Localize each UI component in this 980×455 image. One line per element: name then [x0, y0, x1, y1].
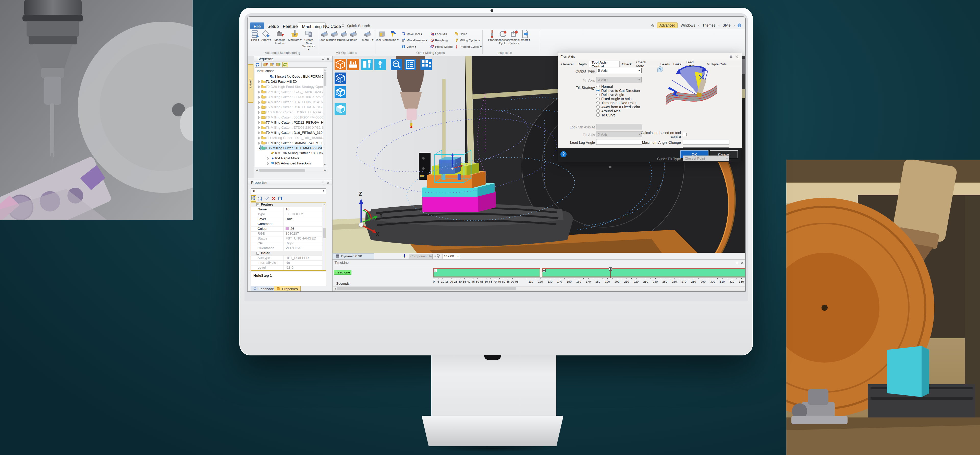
property-row[interactable]: OrientationVERTICAL [251, 246, 326, 251]
grid-vscrollbar[interactable]: ▲ [322, 203, 326, 270]
ribbon-button-more-[interactable]: More... ▾ [361, 30, 375, 42]
viewport-tool-tool[interactable] [361, 59, 372, 70]
viewport-tool-zoom[interactable] [391, 59, 402, 70]
quick-search[interactable]: Quick Search [341, 24, 370, 28]
radio-normal[interactable] [597, 85, 600, 88]
close-icon[interactable] [741, 261, 744, 265]
ribbon-button-tooling[interactable]: Tooling ▾ [386, 30, 400, 42]
tree-item[interactable]: 166 Move to Toolchange [255, 166, 327, 167]
scroll-thumb[interactable] [337, 287, 516, 290]
scroll-thumb[interactable] [323, 228, 326, 238]
tree-item[interactable]: T11 Milling Cutter : D13_Drill_15385U08C [255, 135, 327, 140]
help-circle-icon[interactable]: ? [560, 151, 566, 157]
timeline-segment[interactable] [542, 268, 746, 277]
tree-item[interactable]: T7 Milling Cutter : P2D12_FEToGA_HMX2.01… [255, 120, 327, 125]
scroll-thumb[interactable] [259, 169, 305, 172]
tab-feedback[interactable]: Feedback [251, 286, 277, 292]
timeline-handle[interactable] [542, 269, 546, 272]
radio-relative-angle[interactable] [597, 93, 600, 96]
property-row[interactable]: CPLRight [251, 241, 326, 246]
close-icon[interactable] [735, 55, 738, 59]
scroll-down[interactable]: ▼ [323, 163, 327, 167]
property-row[interactable]: StatusFST_UNCHANGED [251, 236, 326, 241]
ribbon-small-probing-cycles[interactable]: Probing Cycles ▾ [455, 45, 482, 49]
viewport-tool-list[interactable] [404, 59, 416, 70]
tree-item[interactable]: 163 T36 Milling Cutter : 10.0 MM DIA BAL… [255, 150, 327, 155]
dialog-tab-check[interactable]: Check [620, 61, 633, 67]
tree-item[interactable]: 164 Rapid Move [255, 155, 327, 161]
menu-advanced[interactable]: Advanced [657, 22, 678, 28]
tree-item[interactable]: T5 Milling Cutter : D16_FEToGA_3191600 [255, 104, 327, 110]
ribbon-button-machine-feature[interactable]: Machine Feature [273, 30, 287, 45]
ribbon-small-milling-cycles[interactable]: Milling Cycles ▾ [455, 38, 480, 42]
tree-vscrollbar[interactable]: ▲▼ [323, 68, 327, 167]
property-group[interactable]: −Hole2 [251, 251, 326, 256]
menu-style[interactable]: Style [722, 23, 731, 28]
viewport-tool-mach[interactable] [347, 59, 359, 70]
dialog-tab-general[interactable]: General [559, 61, 575, 67]
timeline-handle[interactable] [609, 267, 612, 271]
ribbon-small-roughing[interactable]: Roughing [430, 38, 448, 42]
viewport-tool-cube[interactable] [334, 59, 346, 70]
property-row[interactable]: TypeFT_HOLE2 [251, 212, 326, 217]
radio-through-a-fixed-point[interactable] [597, 101, 600, 104]
ribbon-small-move-tool[interactable]: Move Tool ▾ [402, 32, 422, 36]
lock-5th-axis-input[interactable] [596, 124, 642, 129]
tab-properties[interactable]: Properties [274, 286, 301, 292]
tree-item[interactable]: T36 Milling Cutter : 10.0 MM DIA BALL NO… [255, 145, 327, 150]
fourth-axis-select[interactable]: X Axis▾ [596, 77, 641, 83]
ribbon-small-holes[interactable]: Holes [455, 32, 467, 36]
radio-away-from-a-fixed-point[interactable] [597, 105, 600, 109]
dynamic-toggle[interactable]: Dynamic 0.30 [333, 253, 374, 259]
property-row[interactable]: Name10 [251, 208, 326, 212]
layers-tab[interactable]: Layers [248, 64, 253, 103]
tree-item[interactable]: T6 Milling Cutter : 5601R904FM-0600 [255, 115, 327, 120]
viewport-tool-grid[interactable] [420, 59, 432, 70]
help-balloon-icon[interactable]: ? [657, 66, 663, 72]
tree-item[interactable]: T3 Milling Cutter : ZTD05-180-XP25-SP06-… [255, 94, 327, 99]
ribbon-button-holes[interactable]: Holes [346, 30, 361, 42]
ribbon-small-miscellaneous[interactable]: Miscellaneous ▾ [402, 38, 428, 42]
timeline-segment[interactable] [433, 268, 540, 277]
tree-item[interactable]: T2 Milling Cutter : ZCC_EMP01-020-XP20-A… [255, 89, 327, 94]
viewport-tool-wcube[interactable] [334, 72, 346, 84]
property-row[interactable]: RGB3980287 [251, 231, 326, 236]
output-type-select[interactable]: 5-Axis▾ [596, 68, 641, 73]
sync-icon-active[interactable] [282, 62, 288, 67]
collapse-icon[interactable]: − [256, 252, 259, 255]
scroll-up[interactable]: ▲ [322, 203, 326, 206]
scroll-left[interactable]: ◀ [256, 168, 258, 172]
curve-tilt-select[interactable]: Closest Point▾ [683, 155, 729, 161]
tree-item[interactable]: T1 D63 Face Mill Z0 [255, 79, 327, 84]
property-row[interactable]: InternalHoleNo [251, 261, 326, 265]
scroll-right[interactable]: ▶ [324, 168, 326, 172]
menu-icon[interactable] [729, 55, 733, 59]
tree-item[interactable]: T9 Milling Cutter : D16_FEToGA_3191600_R… [255, 130, 327, 135]
timeline-scrollbar[interactable]: ◀ [333, 286, 745, 291]
collapse-icon[interactable]: − [256, 203, 259, 206]
pin-icon[interactable] [321, 181, 325, 185]
scroll-up[interactable]: ▲ [323, 68, 327, 72]
radio-relative-to-cut-direction[interactable] [597, 89, 600, 92]
tree-item[interactable]: T4 Milling Cutter : D16_FENN_3141600 [255, 99, 327, 104]
ribbon-button-apply[interactable]: Apply ▾ [259, 30, 273, 42]
menu-windows[interactable]: Windows [680, 23, 696, 28]
pin-icon[interactable] [735, 261, 738, 265]
radio-around-axis[interactable] [597, 109, 600, 113]
ribbon-small-profile-milling[interactable]: Profile Milling [430, 45, 452, 49]
feature-select[interactable]: 10▾ [251, 188, 326, 194]
scroll-thumb[interactable] [324, 72, 326, 86]
dialog-tab-depth[interactable]: Depth [576, 61, 589, 67]
property-row[interactable]: LayerHole [251, 217, 326, 222]
viewport-tool-cube3[interactable] [334, 103, 346, 115]
radio-to-curve[interactable] [597, 113, 600, 117]
ribbon-small-verify[interactable]: Verify ▾ [402, 45, 416, 49]
property-row[interactable]: Level-18.0 [251, 265, 326, 270]
tree-item[interactable]: T8 Milling Cutter : ZTD04-280-XP32-SP09-… [255, 125, 327, 130]
viewport-tool-lamp[interactable] [374, 59, 386, 70]
timeline-handle[interactable] [434, 269, 437, 272]
categorized-icon[interactable] [251, 195, 256, 202]
ribbon-button-create-new-sequence[interactable]: Create New Sequence ▾ [302, 30, 316, 51]
tree-item[interactable]: 165 Advanced Five Axis [255, 161, 327, 166]
ribbon-button-simulate[interactable]: Simulate ▾ [288, 30, 302, 42]
